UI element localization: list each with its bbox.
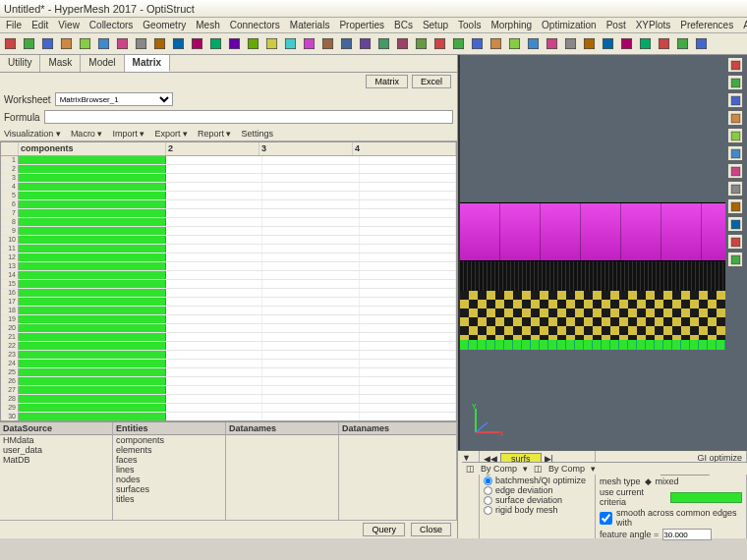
toolbar-icon-25[interactable] xyxy=(469,35,486,52)
toolbar-icon-5[interactable] xyxy=(95,35,112,52)
col-components[interactable]: components xyxy=(19,142,166,155)
sheetbar-report[interactable]: Report ▾ xyxy=(198,129,232,139)
viewport-tool-1[interactable] xyxy=(727,75,743,90)
viewport-tool-8[interactable] xyxy=(727,198,743,214)
criteria-bar[interactable] xyxy=(670,492,742,503)
entity-surfaces[interactable]: surfaces xyxy=(113,484,225,494)
table-row[interactable]: 21 xyxy=(1,333,456,342)
menu-geometry[interactable]: Geometry xyxy=(139,20,190,30)
menu-post[interactable]: Post xyxy=(603,20,630,30)
toolbar-icon-37[interactable] xyxy=(693,35,710,52)
menu-applications[interactable]: Applications xyxy=(739,20,747,30)
table-row[interactable]: 30 xyxy=(1,413,456,420)
sheetbar-export[interactable]: Export ▾ xyxy=(154,129,188,139)
toolbar-icon-15[interactable] xyxy=(282,35,299,52)
toolbar-icon-28[interactable] xyxy=(525,35,542,52)
bycomp1-label[interactable]: By Comp xyxy=(481,464,517,474)
menu-tools[interactable]: Tools xyxy=(454,20,485,30)
radio-rigidbodymesh[interactable]: rigid body mesh xyxy=(484,505,591,515)
toolbar-icon-24[interactable] xyxy=(450,35,467,52)
toolbar-icon-13[interactable] xyxy=(245,35,261,52)
table-row[interactable]: 28 xyxy=(1,395,456,404)
col-2[interactable]: 2 xyxy=(166,142,259,155)
table-row[interactable]: 24 xyxy=(1,360,456,368)
menu-mesh[interactable]: Mesh xyxy=(192,20,223,30)
toolbar-icon-23[interactable] xyxy=(431,35,448,52)
table-row[interactable]: 2 xyxy=(1,165,456,174)
table-row[interactable]: 14 xyxy=(1,271,456,280)
toolbar-icon-29[interactable] xyxy=(544,35,560,52)
mesh-type-toggle-icon[interactable]: ◆ xyxy=(645,476,652,486)
sheetbar-visualization[interactable]: Visualization ▾ xyxy=(4,129,61,139)
radio-surfacedeviation[interactable]: surface deviation xyxy=(484,495,591,505)
table-row[interactable]: 19 xyxy=(1,315,456,324)
viewport-tool-0[interactable] xyxy=(727,57,743,73)
grid-body[interactable]: 1234567891011121314151617181920212223242… xyxy=(1,156,456,420)
sheetbar-macro[interactable]: Macro ▾ xyxy=(71,129,103,139)
table-row[interactable]: 3 xyxy=(1,174,456,183)
worksheet-select[interactable]: MatrixBrowser_1 xyxy=(55,92,173,106)
table-row[interactable]: 25 xyxy=(1,368,456,377)
toolbar-icon-32[interactable] xyxy=(600,35,616,52)
table-row[interactable]: 20 xyxy=(1,324,456,333)
toolbar-icon-4[interactable] xyxy=(77,35,93,52)
matrix-button[interactable]: Matrix xyxy=(366,75,408,88)
viewport-tool-7[interactable] xyxy=(727,181,743,196)
toolbar-icon-22[interactable] xyxy=(413,35,430,52)
ds-matdb[interactable]: MatDB xyxy=(0,455,112,465)
col-3[interactable]: 3 xyxy=(259,142,353,155)
menu-view[interactable]: View xyxy=(54,20,84,30)
table-row[interactable]: 26 xyxy=(1,377,456,386)
toolbar-icon-11[interactable] xyxy=(207,35,224,52)
table-row[interactable]: 6 xyxy=(1,200,456,209)
table-row[interactable]: 11 xyxy=(1,245,456,253)
table-row[interactable]: 9 xyxy=(1,227,456,236)
table-row[interactable]: 15 xyxy=(1,280,456,289)
feature-angle-input[interactable] xyxy=(662,529,712,540)
toolbar-icon-3[interactable] xyxy=(58,35,75,52)
toolbar-icon-33[interactable] xyxy=(618,35,635,52)
table-row[interactable]: 13 xyxy=(1,262,456,271)
menu-properties[interactable]: Properties xyxy=(335,20,388,30)
toolbar-icon-20[interactable] xyxy=(375,35,392,52)
toolbar-icon-30[interactable] xyxy=(562,35,579,52)
menu-materials[interactable]: Materials xyxy=(286,20,334,30)
table-row[interactable]: 22 xyxy=(1,342,456,351)
mesh-type-value[interactable]: mixed xyxy=(656,476,679,486)
toolbar-icon-18[interactable] xyxy=(338,35,355,52)
tab-model[interactable]: Model xyxy=(81,55,124,72)
table-row[interactable]: 17 xyxy=(1,298,456,307)
menu-xyplots[interactable]: XYPlots xyxy=(632,20,675,30)
viewport-tool-4[interactable] xyxy=(727,128,743,143)
toolbar-icon-12[interactable] xyxy=(226,35,243,52)
entity-lines[interactable]: lines xyxy=(113,465,225,475)
toolbar-icon-14[interactable] xyxy=(263,35,280,52)
entity-elements[interactable]: elements xyxy=(113,445,225,455)
tab-mask[interactable]: Mask xyxy=(40,55,81,72)
sheetbar-settings[interactable]: Settings xyxy=(241,129,273,139)
toolbar-icon-36[interactable] xyxy=(674,35,691,52)
table-row[interactable]: 4 xyxy=(1,183,456,192)
smooth-checkbox[interactable] xyxy=(600,512,612,525)
col-4[interactable]: 4 xyxy=(353,142,456,155)
ds-hmdata[interactable]: HMdata xyxy=(0,435,112,445)
table-row[interactable]: 10 xyxy=(1,236,456,245)
entity-components[interactable]: components xyxy=(113,435,225,445)
menu-optimization[interactable]: Optimization xyxy=(538,20,601,30)
toolbar-icon-34[interactable] xyxy=(637,35,654,52)
toolbar-icon-16[interactable] xyxy=(301,35,317,52)
toolbar-icon-21[interactable] xyxy=(394,35,411,52)
table-row[interactable]: 5 xyxy=(1,192,456,200)
viewport-tool-5[interactable] xyxy=(727,145,743,161)
menu-connectors[interactable]: Connectors xyxy=(226,20,284,30)
viewport-tool-11[interactable] xyxy=(727,252,743,267)
formula-input[interactable] xyxy=(44,110,453,124)
matrix-grid[interactable]: components 2 3 4 12345678910111213141516… xyxy=(0,141,457,421)
viewport-tool-10[interactable] xyxy=(727,234,743,250)
toolbar-icon-19[interactable] xyxy=(357,35,374,52)
table-row[interactable]: 12 xyxy=(1,253,456,262)
toolbar-icon-26[interactable] xyxy=(488,35,504,52)
viewport-tool-2[interactable] xyxy=(727,92,743,108)
table-row[interactable]: 23 xyxy=(1,351,456,360)
table-row[interactable]: 27 xyxy=(1,386,456,395)
